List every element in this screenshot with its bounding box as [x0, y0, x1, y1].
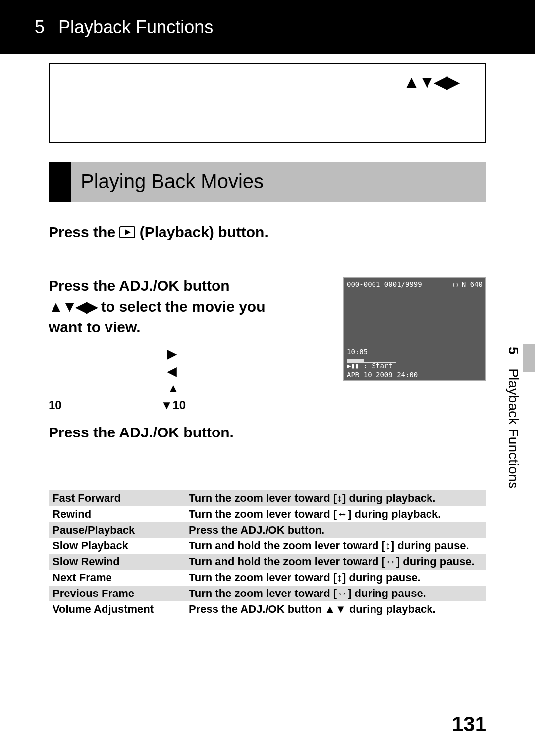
table-row: Slow RewindTurn and hold the zoom lever …: [49, 554, 486, 570]
table-row: RewindTurn the zoom lever toward [↔] dur…: [49, 506, 486, 522]
side-tab: [523, 344, 535, 372]
nav-up: ▲: [167, 381, 179, 395]
control-label: Slow Rewind: [49, 554, 185, 570]
table-row: Next FrameTurn the zoom lever toward [↕]…: [49, 570, 486, 586]
side-label: 5 Playback Functions: [505, 347, 521, 488]
step2-line3: want to view.: [49, 317, 328, 338]
chapter-number: 5: [35, 17, 45, 38]
page: 5 Playback Functions ▲▼◀▶ Playing Back M…: [0, 0, 535, 756]
content-area: ▲▼◀▶ Playing Back Movies Press the (Play…: [0, 54, 535, 617]
note-box: ▲▼◀▶: [49, 63, 486, 143]
control-description: Turn the zoom lever toward [↕] during pl…: [185, 490, 486, 506]
side-chapter-title: Playback Functions: [506, 368, 521, 488]
table-row: Fast ForwardTurn the zoom lever toward […: [49, 490, 486, 506]
steps: Press the (Playback) button. Press the A…: [49, 224, 486, 617]
side-chapter-number: 5: [506, 347, 521, 355]
section-marker: [49, 162, 71, 202]
preview-date: APR 10 2009 24:00: [347, 371, 418, 378]
playback-icon: [119, 226, 135, 238]
direction-arrows-icon: ▲▼◀▶: [403, 72, 458, 92]
step2-row: Press the ADJ./OK button ▲▼◀▶ to select …: [49, 275, 486, 414]
preview-file-counter: 000-0001 0001/9999: [347, 280, 422, 288]
preview-time: 10:05: [347, 348, 368, 356]
step2-line2-rest: to select the movie you: [97, 298, 265, 315]
chapter-header: 5 Playback Functions: [0, 0, 535, 54]
control-label: Rewind: [49, 506, 185, 522]
page-number: 131: [452, 712, 486, 736]
table-row: Pause/PlaybackPress the ADJ./OK button.: [49, 522, 486, 538]
table-row: Previous FrameTurn the zoom lever toward…: [49, 586, 486, 601]
nav-up-number: 10: [49, 398, 62, 412]
step1-post: (Playback) button.: [135, 224, 268, 240]
control-description: Turn the zoom lever toward [↕] during pa…: [185, 570, 486, 586]
nav-right: ▶: [167, 347, 176, 360]
control-description: Turn and hold the zoom lever toward [↕] …: [185, 538, 486, 554]
section-title: Playing Back Movies: [71, 162, 486, 202]
step2-line1: Press the ADJ./OK button: [49, 275, 328, 296]
control-label: Fast Forward: [49, 490, 185, 506]
table-row: Slow PlaybackTurn and hold the zoom leve…: [49, 538, 486, 554]
nav-left: ◀: [167, 364, 176, 378]
step1: Press the (Playback) button.: [49, 224, 486, 241]
nav-lines: ▶ ◀ ▲ 10▼10: [49, 345, 328, 414]
control-description: Turn the zoom lever toward [↔] during pa…: [185, 586, 486, 601]
control-description: Press the ADJ./OK button.: [185, 522, 486, 538]
nav-down: ▼10: [161, 398, 186, 412]
step2-text: Press the ADJ./OK button ▲▼◀▶ to select …: [49, 275, 328, 414]
control-label: Next Frame: [49, 570, 185, 586]
control-description: Press the ADJ./OK button ▲▼ during playb…: [185, 601, 486, 617]
control-label: Volume Adjustment: [49, 601, 185, 617]
controls-table: Fast ForwardTurn the zoom lever toward […: [49, 490, 486, 617]
table-row: Volume AdjustmentPress the ADJ./OK butto…: [49, 601, 486, 617]
step1-pre: Press the: [49, 224, 119, 240]
chapter-title: Playback Functions: [58, 17, 213, 38]
battery-icon: [472, 373, 482, 378]
step2-line2: ▲▼◀▶ to select the movie you: [49, 296, 328, 317]
step3: Press the ADJ./OK button.: [49, 424, 486, 441]
preview-start-label: ▶▮▮ : Start: [347, 362, 393, 370]
arrows-icon: ▲▼◀▶: [49, 298, 97, 315]
section-header: Playing Back Movies: [49, 162, 486, 202]
control-label: Previous Frame: [49, 586, 185, 601]
control-label: Slow Playback: [49, 538, 185, 554]
control-label: Pause/Playback: [49, 522, 185, 538]
control-description: Turn and hold the zoom lever toward [↔] …: [185, 554, 486, 570]
preview-resolution: ▢ N 640: [453, 280, 482, 288]
lcd-preview: 000-0001 0001/9999 ▢ N 640 10:05 ▶▮▮ : S…: [343, 277, 486, 381]
control-description: Turn the zoom lever toward [↔] during pl…: [185, 506, 486, 522]
